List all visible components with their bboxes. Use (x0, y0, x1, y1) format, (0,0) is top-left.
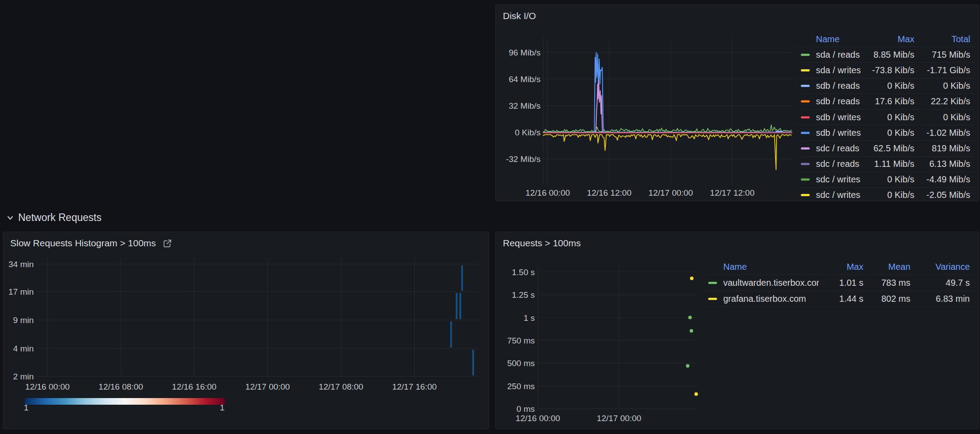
legend-series-name[interactable]: sdb / writes (812, 128, 866, 138)
legend-header-row: NameMaxTotal (797, 32, 975, 47)
legend-swatch-cell (797, 163, 812, 165)
svg-text:1.50 s: 1.50 s (512, 268, 535, 277)
legend-series-name[interactable]: sdc / reads (812, 143, 866, 154)
legend-swatch-cell (797, 194, 812, 196)
svg-text:34 min: 34 min (8, 260, 34, 269)
legend-series-name[interactable]: sda / writes (812, 65, 866, 75)
svg-text:-32 Mib/s: -32 Mib/s (506, 154, 541, 164)
legend-swatch-cell (797, 116, 812, 118)
chevron-down-icon (6, 214, 14, 222)
svg-text:32 Mib/s: 32 Mib/s (509, 101, 541, 110)
legend-header-total[interactable]: Total (919, 34, 975, 44)
series-color-swatch-icon (801, 100, 810, 103)
legend-value-total: -4.49 Mib/s (919, 174, 975, 185)
legend-swatch-cell (797, 100, 812, 103)
legend-series-name[interactable]: sdb / reads (812, 96, 866, 107)
svg-text:12/16 00:00: 12/16 00:00 (525, 188, 570, 197)
scatter-point[interactable] (688, 316, 692, 320)
series-color-swatch-icon (708, 298, 717, 300)
series-color-swatch-icon (801, 163, 810, 165)
svg-text:4 min: 4 min (13, 344, 34, 353)
heatmap-cell[interactable] (472, 350, 474, 375)
legend-value-max: 1.11 Mib/s (866, 159, 919, 169)
legend-swatch-cell (797, 178, 812, 181)
series-color-swatch-icon (801, 69, 810, 71)
legend-row: sdc / writes0 Kib/s-4.49 Mib/s (797, 172, 975, 188)
legend-swatch-cell (797, 132, 812, 134)
legend-swatch-cell (797, 147, 812, 150)
x-grid (538, 267, 619, 409)
legend-row: sdb / writes0 Kib/s-1.02 Mib/s (797, 125, 975, 141)
legend-series-name[interactable]: sdb / writes (812, 112, 866, 122)
legend-header-variance[interactable]: Variance (915, 262, 974, 272)
legend-series-name[interactable]: grafana.tiserbox.com (720, 294, 819, 304)
legend-header-mean[interactable]: Mean (868, 262, 915, 272)
legend-value-max: 0 Kib/s (866, 112, 919, 122)
legend-value-max: 0 Kib/s (866, 128, 919, 138)
series-color-swatch-icon (801, 85, 810, 87)
heatmap-cell[interactable] (450, 321, 452, 347)
legend-swatch-cell (705, 282, 720, 284)
svg-text:2 min: 2 min (13, 372, 34, 381)
legend-header-name[interactable]: Name (812, 34, 866, 44)
legend-value-total: -1.02 Mib/s (919, 128, 975, 138)
series-color-swatch-icon (801, 116, 810, 118)
svg-text:12/17 00:00: 12/17 00:00 (648, 188, 693, 197)
heatmap-cell[interactable] (459, 293, 461, 319)
y-grid (538, 272, 698, 409)
color-scale-min-label: 1 (24, 403, 29, 413)
svg-text:12/16 00:00: 12/16 00:00 (516, 414, 560, 423)
legend-header-max[interactable]: Max (866, 34, 919, 44)
y-axis-labels: 96 Mib/s64 Mib/s32 Mib/s0 Kib/s-32 Mib/s (506, 48, 541, 164)
legend-header-name[interactable]: Name (720, 262, 819, 272)
legend-value-max: 0 Kib/s (866, 190, 919, 200)
legend-series-name[interactable]: sdc / writes (812, 190, 866, 200)
legend-row: sdc / reads62.5 Mib/s819 Mib/s (797, 141, 975, 156)
series-color-swatch-icon (801, 132, 810, 134)
legend-value-variance: 6.83 min (915, 294, 974, 304)
external-link-icon[interactable] (162, 238, 172, 249)
heatmap-cell[interactable] (456, 293, 458, 319)
legend-swatch-cell (705, 298, 720, 300)
legend-value-total: 819 Mib/s (919, 143, 975, 154)
svg-text:12/17 08:00: 12/17 08:00 (319, 382, 363, 391)
legend-row: vaultwarden.tiserbox.com1.01 s783 ms49.7… (705, 275, 974, 291)
legend-header-max[interactable]: Max (819, 262, 868, 272)
panel-title-requests[interactable]: Requests > 100ms (503, 238, 581, 249)
panel-title-slow-requests[interactable]: Slow Requests Histogram > 100ms (10, 238, 172, 249)
y-axis-labels: 0 ms250 ms500 ms750 ms1 s1.25 s1.50 s (507, 268, 535, 414)
legend-value-total: 715 Mib/s (919, 50, 975, 60)
heatmap-color-scale (25, 398, 225, 405)
panel-title-disk-io[interactable]: Disk I/O (503, 11, 536, 21)
heatmap-cell[interactable] (461, 265, 463, 291)
scatter-point[interactable] (686, 364, 690, 368)
svg-text:12/16 12:00: 12/16 12:00 (587, 188, 631, 197)
legend-value-total: 22.2 Kib/s (919, 96, 975, 107)
legend-series-name[interactable]: sdb / reads (812, 81, 866, 91)
svg-text:9 min: 9 min (13, 316, 34, 325)
panel-title-text: Requests > 100ms (503, 238, 581, 249)
scatter-point[interactable] (690, 276, 694, 280)
y-axis-labels: 34 min17 min9 min4 min2 min (8, 260, 34, 381)
svg-text:250 ms: 250 ms (507, 382, 535, 391)
legend-value-variance: 49.7 s (915, 278, 974, 288)
legend-value-max: 0 Kib/s (866, 174, 919, 185)
section-row-network-requests[interactable]: Network Requests (6, 212, 102, 224)
legend-series-name[interactable]: vaultwarden.tiserbox.com (720, 278, 819, 288)
scatter-point[interactable] (690, 329, 693, 332)
grafana-dashboard: { "theme": { "bg": "#111217", "panel_bg"… (0, 0, 980, 434)
scatter-point[interactable] (694, 392, 698, 396)
legend-row: sda / writes-73.8 Kib/s-1.71 Gib/s (797, 63, 975, 78)
legend-series-name[interactable]: sdc / reads (812, 159, 866, 169)
legend-header-row: NameMaxMeanVariance (705, 259, 974, 275)
svg-text:12/17 12:00: 12/17 12:00 (710, 188, 754, 197)
legend-series-name[interactable]: sdc / writes (812, 174, 866, 185)
legend-value-total: 0 Kib/s (919, 112, 975, 122)
series-color-swatch-icon (801, 194, 810, 196)
legend-series-name[interactable]: sda / reads (812, 50, 866, 60)
legend-value-mean: 783 ms (868, 278, 915, 288)
legend-value-mean: 802 ms (868, 294, 915, 304)
legend-value-max: 62.5 Mib/s (866, 143, 919, 154)
color-scale-max-label: 1 (220, 403, 225, 413)
slow-requests-histogram-panel: Slow Requests Histogram > 100ms 12/16 00… (3, 232, 489, 429)
